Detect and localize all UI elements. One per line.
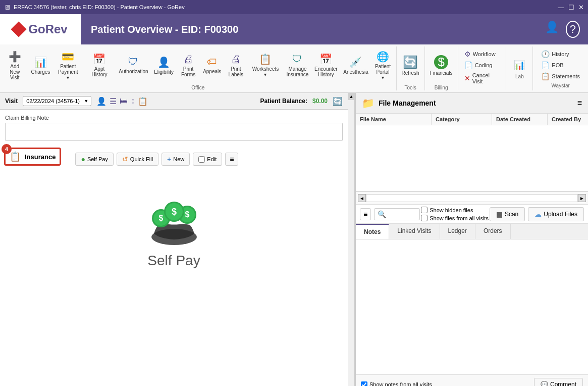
self-pay-area: $ $ $ Self Pay: [0, 174, 348, 285]
toolbar-billing-items: $ Financials: [427, 46, 456, 84]
toolbar-group-right1: ⚙ Workflow 📄 Coding ✕ Cancel Visit: [458, 46, 507, 90]
scroll-up-arrow[interactable]: ▲: [348, 93, 355, 100]
visit-dropdown[interactable]: 02/22/2024 (34576-1): [23, 96, 91, 106]
file-scroll-left-btn[interactable]: ◄: [358, 194, 366, 202]
patient-payment-button[interactable]: 💳 PatientPayment ▾: [54, 49, 82, 82]
authorization-label: Authorization: [119, 69, 148, 74]
edit-checkbox[interactable]: [198, 156, 205, 163]
file-mgmt-menu-btn[interactable]: ≡: [577, 99, 582, 108]
tab-linked-visits[interactable]: Linked Visits: [389, 224, 440, 239]
claim-note-input[interactable]: [5, 123, 343, 141]
claim-note-label: Claim Billing Note: [5, 115, 343, 121]
patient-portal-button[interactable]: 🌐 PatientPortal ▾: [371, 49, 394, 82]
minimize-btn[interactable]: —: [558, 4, 564, 11]
appt-history-label: Appt History: [86, 66, 113, 77]
title-bar-text: ERFAC 34576 (tester, chris EID: F00300) …: [14, 4, 185, 10]
edit-label: Edit: [207, 156, 217, 162]
new-insurance-button[interactable]: + New: [162, 153, 190, 166]
print-labels-icon: 🖨: [231, 54, 241, 65]
visit-resize-icon[interactable]: ↕: [131, 96, 135, 106]
statements-button[interactable]: 📋 Statements: [537, 71, 584, 82]
col-category: Category: [432, 114, 492, 125]
lab-button[interactable]: 📊: [508, 58, 530, 73]
close-btn[interactable]: ✕: [578, 4, 584, 11]
file-scroll-right-btn[interactable]: ►: [578, 194, 586, 202]
file-search-btn[interactable]: 🔍: [374, 208, 420, 220]
self-pay-illustration: $ $ $: [139, 190, 209, 248]
refresh-button[interactable]: 🔄 Refresh: [399, 53, 422, 78]
title-bar: 🖥 ERFAC 34576 (tester, chris EID: F00300…: [0, 0, 588, 14]
maximize-btn[interactable]: ☐: [568, 4, 574, 11]
anesthesia-button[interactable]: 💉 Anesthesia: [341, 54, 371, 77]
print-forms-button[interactable]: 🖨 PrintForms: [177, 52, 199, 79]
toolbar-group-waystar: 🕐 History 📄 EOB 📋 Statements Waystar: [533, 46, 588, 90]
title-bar-left: 🖥 ERFAC 34576 (tester, chris EID: F00300…: [4, 4, 185, 11]
authorization-button[interactable]: 🛡 Authorization: [117, 54, 150, 76]
show-all-visits-checkbox[interactable]: [421, 215, 427, 221]
refresh-balance-icon[interactable]: 🔄: [333, 96, 343, 106]
visit-bed-icon[interactable]: 🛏: [120, 96, 128, 106]
upload-icon: ☁: [534, 210, 542, 218]
waystar-group-label: Waystar: [537, 83, 584, 88]
self-pay-button[interactable]: ● Self Pay: [75, 153, 113, 166]
encounter-history-button[interactable]: 📅 EncounterHistory: [312, 51, 340, 79]
financials-button[interactable]: $ Financials: [427, 53, 456, 78]
show-notes-checkbox[interactable]: [361, 381, 367, 387]
worksheets-icon: 📋: [259, 53, 272, 65]
tab-orders[interactable]: Orders: [475, 224, 511, 239]
appt-history-button[interactable]: 📅 Appt History: [83, 51, 116, 79]
insurance-menu-button[interactable]: ≡: [225, 153, 238, 166]
manage-insurance-button[interactable]: 🛡 ManageInsurance: [284, 52, 311, 79]
history-button[interactable]: 🕐 History: [537, 49, 584, 60]
appeals-button[interactable]: 🏷 Appeals: [200, 54, 224, 76]
authorization-icon: 🛡: [128, 56, 138, 68]
scroll-track[interactable]: [348, 100, 355, 386]
visit-select-wrap[interactable]: 02/22/2024 (34576-1): [23, 96, 91, 106]
file-checkboxes: Show hidden files Show files from all vi…: [421, 207, 489, 221]
search-input[interactable]: [386, 210, 416, 218]
cancel-visit-button[interactable]: ✕ Cancel Visit: [460, 71, 504, 86]
title-bar-controls[interactable]: — ☐ ✕: [558, 4, 584, 11]
workflow-button[interactable]: ⚙ Workflow: [460, 49, 504, 60]
eob-button[interactable]: 📄 EOB: [537, 60, 584, 71]
add-new-visit-button[interactable]: ➕ Add NewVisit: [2, 49, 27, 82]
file-mgmt-title-text: File Management: [379, 99, 436, 107]
visit-doc-icon[interactable]: 📋: [138, 96, 148, 106]
quick-fill-button[interactable]: ↺ Quick Fill: [117, 153, 158, 166]
visit-list-icon[interactable]: ☰: [110, 96, 117, 106]
print-forms-icon: 🖨: [183, 54, 193, 65]
col-created-by: Created By: [548, 114, 588, 125]
file-scroll-track[interactable]: [366, 194, 578, 202]
show-hidden-checkbox[interactable]: [421, 207, 427, 213]
header-help-icon[interactable]: ?: [566, 21, 580, 38]
eob-icon: 📄: [541, 61, 550, 69]
upload-files-button[interactable]: ☁ Upload Files: [528, 207, 584, 221]
notes-body: [356, 239, 588, 374]
print-labels-button[interactable]: 🖨 PrintLabels: [225, 52, 247, 79]
eob-label: EOB: [552, 62, 563, 68]
tab-ledger[interactable]: Ledger: [440, 224, 475, 239]
coding-button[interactable]: 📄 Coding: [460, 60, 504, 71]
comment-button[interactable]: 💬 Comment: [534, 378, 583, 386]
edit-insurance-button[interactable]: Edit: [193, 153, 222, 166]
toolbar-group-billing: $ Financials Billing: [425, 46, 458, 90]
scan-button[interactable]: ▦ Scan: [490, 207, 525, 221]
tab-notes[interactable]: Notes: [356, 224, 389, 239]
header-person-icon[interactable]: 👤: [545, 21, 559, 38]
insurance-title: Insurance: [25, 153, 56, 161]
quick-fill-icon: ↺: [122, 155, 128, 163]
app-icon: 🖥: [4, 4, 11, 11]
search-field[interactable]: [386, 212, 416, 218]
workflow-label: Workflow: [473, 51, 496, 57]
svg-text:$: $: [185, 210, 189, 219]
charges-button[interactable]: 📊 Charges: [28, 54, 52, 77]
logo-area: GoRev: [0, 14, 81, 44]
header-title: Patient Overview - EID: F00300: [81, 24, 545, 35]
charges-label: Charges: [31, 69, 50, 75]
worksheets-button[interactable]: 📋 Worksheets ▾: [248, 51, 283, 79]
visit-person-icon[interactable]: 👤: [96, 96, 106, 106]
show-hidden-label: Show hidden files: [430, 207, 473, 213]
manage-insurance-icon: 🛡: [292, 54, 302, 65]
file-menu-btn[interactable]: ≡: [360, 208, 371, 220]
eligibility-button[interactable]: 👤 Eligibility: [151, 54, 176, 77]
